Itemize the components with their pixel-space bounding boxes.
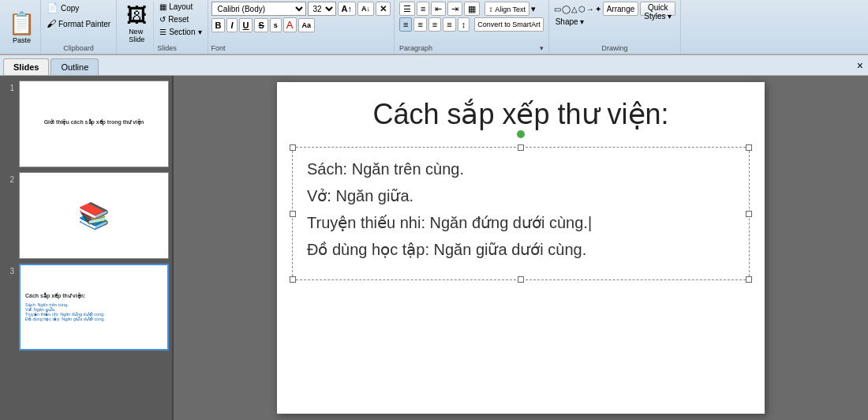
reset-button[interactable]: ↺ Reset <box>157 14 204 24</box>
bullets-button[interactable]: ☰ <box>399 2 415 16</box>
text-case-button[interactable]: Aa <box>298 18 316 32</box>
text-box[interactable]: Sách: Ngăn trên cùng. Vở: Ngăn giữa. Tru… <box>292 147 750 280</box>
slide-item-1[interactable]: 1 Giới thiệu cách sắp xếp trong thư viện <box>3 81 169 167</box>
drawing-group: ▭ ◯ △ ⬡ → ✦ Arrange QuickStyles ▾ Shape … <box>549 0 682 54</box>
font-family-select[interactable]: Calibri (Body) <box>211 2 306 16</box>
format-painter-icon: 🖌 <box>47 18 56 29</box>
align-text-chevron: ▾ <box>531 4 536 14</box>
tabs-bar: Slides Outline × <box>0 55 868 76</box>
clear-format-button[interactable]: ✕ <box>376 2 391 16</box>
slide-thumb-image-2: 📚 <box>78 201 110 231</box>
tab-slides[interactable]: Slides <box>3 58 49 75</box>
layout-button[interactable]: ▦ Layout <box>157 2 204 12</box>
slide-thumb-2[interactable]: 📚 <box>19 172 169 259</box>
drawing-group-label: Drawing <box>554 44 676 52</box>
section-chevron: ▾ <box>198 28 202 36</box>
bold-button[interactable]: B <box>211 18 226 32</box>
paste-button[interactable]: 📋 Paste <box>3 0 41 54</box>
shape-item[interactable]: ◯ <box>562 5 571 13</box>
drawing-row2: Shape ▾ <box>554 17 676 26</box>
shadow-button[interactable]: s <box>270 18 282 32</box>
shape-item[interactable]: △ <box>571 5 578 13</box>
clipboard-group: 📋 Paste 📄 Copy 🖌 Format Painter Clipboar… <box>3 0 117 54</box>
paragraph-group: ☰ ≡ ⇤ ⇥ ▦ ↕ Align Text ▾ ≡ ≡ ≡ ≡ ↕ Conve… <box>395 0 549 54</box>
slide-panel: 1 Giới thiệu cách sắp xếp trong thư viện… <box>0 76 174 420</box>
align-right-button[interactable]: ≡ <box>428 17 441 32</box>
convert-smartart-button[interactable]: Convert to SmartArt <box>474 17 544 32</box>
numbering-button[interactable]: ≡ <box>417 2 429 16</box>
decrease-indent-button[interactable]: ⇤ <box>431 2 446 16</box>
paste-icon: 📋 <box>8 10 36 36</box>
shape-fill-button[interactable]: Shape ▾ <box>556 17 585 26</box>
slide-text-line-2: Vở: Ngăn giữa. <box>307 186 735 205</box>
handle-middle-right[interactable] <box>746 211 752 217</box>
reset-label: Reset <box>168 15 189 24</box>
align-text-button[interactable]: ↕ Align Text <box>485 2 529 16</box>
slide-thumb-1[interactable]: Giới thiệu cách sắp xếp trong thư viện <box>19 81 169 167</box>
align-left-button[interactable]: ≡ <box>399 17 412 32</box>
line-spacing-button[interactable]: ↕ <box>458 17 470 32</box>
handle-bottom-right[interactable] <box>746 276 752 283</box>
handle-rotate[interactable] <box>517 130 525 138</box>
slide-text-line-4: Đồ dùng học tập: Ngăn giữa dưới cùng. <box>307 240 735 259</box>
align-center-button[interactable]: ≡ <box>413 17 426 32</box>
format-painter-button[interactable]: 🖌 Format Painter <box>44 17 113 30</box>
paragraph-group-label: Paragraph ▾ <box>399 44 544 52</box>
layout-icon: ▦ <box>159 2 166 11</box>
paragraph-dialog-launcher[interactable]: ▾ <box>540 44 544 52</box>
font-size-select[interactable]: 32 <box>308 2 336 16</box>
section-icon: ☰ <box>159 28 166 36</box>
justify-button[interactable]: ≡ <box>443 17 455 32</box>
shape-item[interactable]: ▭ <box>554 5 561 13</box>
slide-thumb-line-4: Đồ dùng học tập: Ngăn giữa dưới cùng. <box>25 317 163 321</box>
slide-number-1: 1 <box>3 81 14 92</box>
underline-button[interactable]: U <box>239 18 253 32</box>
tab-outline[interactable]: Outline <box>51 58 99 75</box>
ribbon: 📋 Paste 📄 Copy 🖌 Format Painter Clipboar… <box>0 0 868 55</box>
slide-heading: Cách sắp xếp thư viện: <box>372 98 668 131</box>
section-label: Section <box>169 28 195 36</box>
handle-top-middle[interactable] <box>518 144 524 151</box>
panel-close-button[interactable]: × <box>852 56 868 75</box>
slide-canvas: Cách sắp xếp thư viện: Sách: Ngăn trên c… <box>277 82 765 414</box>
quick-styles-button[interactable]: QuickStyles ▾ <box>640 2 675 16</box>
format-painter-label: Format Painter <box>58 20 110 28</box>
slide-thumb-title-3: Cách sắp xếp thư viện: <box>25 293 85 299</box>
slide-number-3: 3 <box>3 264 14 276</box>
reset-icon: ↺ <box>159 15 166 24</box>
shape-item[interactable]: ⬡ <box>578 5 586 13</box>
layout-label: Layout <box>169 2 193 11</box>
handle-middle-left[interactable] <box>290 211 296 217</box>
shape-item[interactable]: → <box>586 5 594 13</box>
font-color-button[interactable]: A <box>283 17 297 32</box>
copy-icon: 📄 <box>47 2 58 13</box>
slide-thumb-3[interactable]: Cách sắp xếp thư viện: Sách: Ngăn trên c… <box>19 264 169 351</box>
arrange-button[interactable]: Arrange <box>603 2 639 16</box>
handle-bottom-left[interactable] <box>290 276 296 283</box>
convert-smartart-group: Convert to SmartArt <box>474 17 544 32</box>
handle-top-left[interactable] <box>290 144 296 151</box>
italic-button[interactable]: I <box>226 18 237 32</box>
font-shrink-button[interactable]: A↓ <box>357 2 374 16</box>
align-text-group: ↕ Align Text ▾ <box>485 2 536 16</box>
new-slide-button[interactable]: 🖼 NewSlide <box>120 2 154 52</box>
columns-button[interactable]: ▦ <box>464 2 480 16</box>
slide-item-3[interactable]: 3 Cách sắp xếp thư viện: Sách: Ngăn trên… <box>3 264 169 351</box>
shape-item[interactable]: ✦ <box>595 5 601 13</box>
font-row2: B I U S s A Aa <box>211 17 391 32</box>
para-row2: ≡ ≡ ≡ ≡ ↕ Convert to SmartArt <box>399 17 544 32</box>
slide-number-2: 2 <box>3 172 14 184</box>
clipboard-group-label: Clipboard <box>44 44 113 52</box>
section-button[interactable]: ☰ Section ▾ <box>157 27 204 37</box>
align-text-label: Align Text <box>495 6 526 13</box>
font-grow-button[interactable]: A↑ <box>338 2 356 16</box>
handle-bottom-middle[interactable] <box>518 276 524 283</box>
slide-item-2[interactable]: 2 📚 <box>3 172 169 259</box>
copy-button[interactable]: 📄 Copy <box>44 2 113 14</box>
increase-indent-button[interactable]: ⇥ <box>447 2 462 16</box>
para-row1: ☰ ≡ ⇤ ⇥ ▦ ↕ Align Text ▾ <box>399 2 544 16</box>
handle-top-right[interactable] <box>746 144 752 151</box>
strikethrough-button[interactable]: S <box>254 18 268 32</box>
new-slide-label: NewSlide <box>129 28 144 43</box>
slide-thumb-content-3: Sách: Ngăn trên cùng. Vở: Ngăn giữa. Tru… <box>25 302 163 321</box>
